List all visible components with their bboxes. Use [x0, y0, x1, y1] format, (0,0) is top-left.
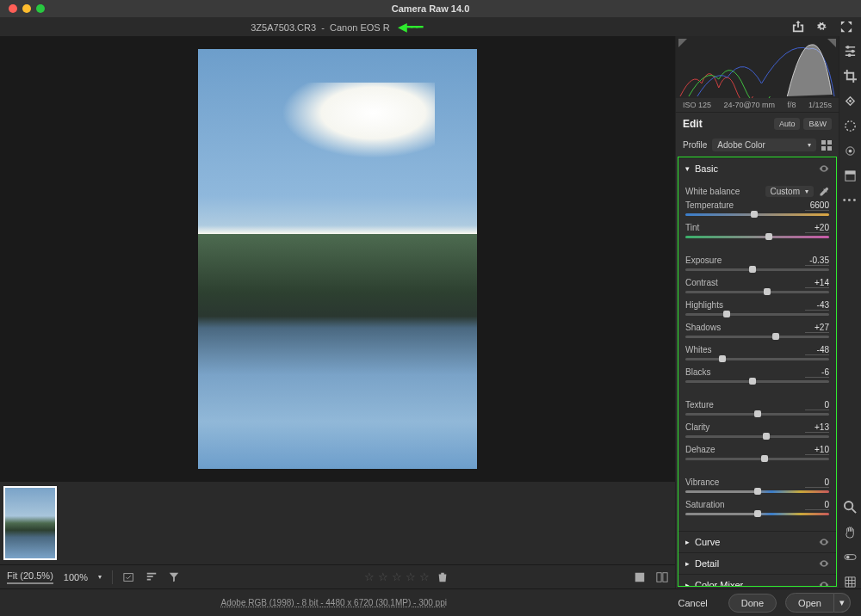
slider-value[interactable]: +14 — [805, 278, 829, 288]
auto-button[interactable]: Auto — [774, 118, 801, 130]
slider-tint[interactable]: Tint +20 — [685, 223, 829, 238]
crop-icon[interactable] — [844, 70, 857, 83]
cancel-button[interactable]: Cancel — [666, 594, 720, 612]
slider-thumb[interactable] — [749, 266, 756, 273]
slider-thumb[interactable] — [754, 488, 761, 495]
slider-value[interactable]: -6 — [805, 367, 829, 378]
slider-value[interactable]: 0 — [805, 400, 829, 410]
slider-track[interactable] — [685, 435, 829, 438]
histogram[interactable] — [676, 36, 839, 98]
slider-thumb[interactable] — [751, 211, 758, 218]
zoom-100[interactable]: 100% — [64, 572, 88, 582]
star-icon[interactable]: ☆ — [419, 570, 430, 583]
share-icon[interactable] — [792, 21, 804, 33]
slider-track[interactable] — [685, 413, 829, 416]
slider-value[interactable]: 0 — [805, 477, 829, 488]
slider-shadows[interactable]: Shadows +27 — [685, 323, 829, 338]
slider-thumb[interactable] — [754, 410, 761, 417]
single-view-icon[interactable] — [634, 571, 646, 583]
slider-whites[interactable]: Whites -48 — [685, 345, 829, 360]
profile-browser-icon[interactable] — [821, 140, 832, 151]
redeye-icon[interactable] — [844, 145, 857, 157]
bw-button[interactable]: B&W — [803, 118, 832, 130]
trash-icon[interactable] — [437, 571, 449, 583]
star-icon[interactable]: ☆ — [392, 570, 402, 583]
slider-thumb[interactable] — [772, 333, 779, 340]
slider-value[interactable]: 0 — [805, 500, 829, 510]
slider-value[interactable]: +10 — [805, 445, 829, 455]
more-icon[interactable]: ••• — [843, 194, 858, 205]
clip-shadow-icon[interactable] — [678, 39, 687, 47]
slider-value[interactable]: -43 — [805, 300, 829, 311]
slider-saturation[interactable]: Saturation 0 — [685, 500, 829, 515]
fullscreen-icon[interactable] — [840, 21, 852, 33]
slider-track[interactable] — [685, 213, 829, 216]
basic-panel-header[interactable]: ▾ Basic — [678, 157, 836, 179]
eyedropper-icon[interactable] — [819, 187, 829, 197]
star-icon[interactable]: ☆ — [406, 570, 416, 583]
mask-icon[interactable] — [844, 120, 857, 132]
filmstrip-thumbnail[interactable] — [3, 486, 57, 560]
slider-thumb[interactable] — [761, 455, 768, 462]
checkbox-icon[interactable] — [123, 571, 135, 583]
slider-track[interactable] — [685, 380, 829, 383]
slider-thumb[interactable] — [765, 233, 772, 240]
workflow-link[interactable]: Adobe RGB (1998) - 8 bit - 4480 x 6720 (… — [10, 598, 658, 607]
zoom-chevron-icon[interactable]: ▾ — [98, 573, 102, 581]
color-mixer-panel-header[interactable]: ▸ Color Mixer — [678, 574, 836, 587]
grid-icon[interactable] — [844, 576, 857, 588]
slider-track[interactable] — [685, 313, 829, 316]
slider-dehaze[interactable]: Dehaze +10 — [685, 445, 829, 460]
star-icon[interactable]: ☆ — [364, 570, 375, 583]
heal-icon[interactable] — [844, 95, 857, 108]
curve-panel-header[interactable]: ▸ Curve — [678, 531, 836, 552]
wb-select[interactable]: Custom▾ — [765, 186, 814, 197]
clip-highlight-icon[interactable] — [827, 39, 836, 47]
eye-icon[interactable] — [819, 580, 829, 587]
zoom-fit[interactable]: Fit (20.5%) — [7, 570, 53, 584]
slider-track[interactable] — [685, 358, 829, 360]
slider-track[interactable] — [685, 513, 829, 515]
slider-blacks[interactable]: Blacks -6 — [685, 367, 829, 383]
gear-icon[interactable] — [816, 21, 828, 33]
slider-value[interactable]: +13 — [805, 422, 829, 433]
slider-track[interactable] — [685, 291, 829, 293]
slider-highlights[interactable]: Highlights -43 — [685, 300, 829, 316]
star-icon[interactable]: ☆ — [378, 570, 388, 583]
slider-exposure[interactable]: Exposure -0.35 — [685, 256, 829, 271]
eye-icon[interactable] — [819, 163, 829, 174]
eye-icon[interactable] — [819, 537, 829, 547]
open-button[interactable]: Open — [785, 593, 834, 613]
slider-value[interactable]: +27 — [805, 323, 829, 333]
presets-icon[interactable] — [844, 169, 857, 182]
done-button[interactable]: Done — [728, 594, 777, 613]
toggle-icon[interactable] — [844, 551, 857, 564]
sort-icon[interactable] — [146, 571, 158, 583]
slider-thumb[interactable] — [719, 355, 726, 362]
slider-track[interactable] — [685, 268, 829, 271]
slider-value[interactable]: +20 — [805, 223, 829, 233]
edit-sliders-icon[interactable] — [844, 45, 857, 58]
slider-clarity[interactable]: Clarity +13 — [685, 422, 829, 438]
compare-view-icon[interactable] — [656, 571, 668, 583]
profile-select[interactable]: Adobe Color ▾ — [712, 139, 816, 151]
hand-icon[interactable] — [844, 526, 857, 539]
filter-icon[interactable] — [168, 571, 180, 583]
eye-icon[interactable] — [819, 558, 829, 569]
slider-texture[interactable]: Texture 0 — [685, 400, 829, 416]
slider-track[interactable] — [685, 490, 829, 493]
slider-vibrance[interactable]: Vibrance 0 — [685, 477, 829, 493]
slider-thumb[interactable] — [749, 378, 756, 385]
slider-thumb[interactable] — [764, 288, 771, 295]
slider-contrast[interactable]: Contrast +14 — [685, 278, 829, 293]
open-dropdown-button[interactable]: ▾ — [834, 593, 851, 613]
slider-track[interactable] — [685, 336, 829, 338]
slider-value[interactable]: -0.35 — [805, 256, 829, 266]
slider-thumb[interactable] — [723, 311, 730, 317]
rating-stars[interactable]: ☆ ☆ ☆ ☆ ☆ — [364, 570, 449, 583]
slider-value[interactable]: 6600 — [805, 200, 829, 211]
image-canvas[interactable] — [0, 36, 675, 482]
slider-value[interactable]: -48 — [805, 345, 829, 355]
slider-temperature[interactable]: Temperature 6600 — [685, 200, 829, 216]
zoom-icon[interactable] — [844, 501, 857, 514]
